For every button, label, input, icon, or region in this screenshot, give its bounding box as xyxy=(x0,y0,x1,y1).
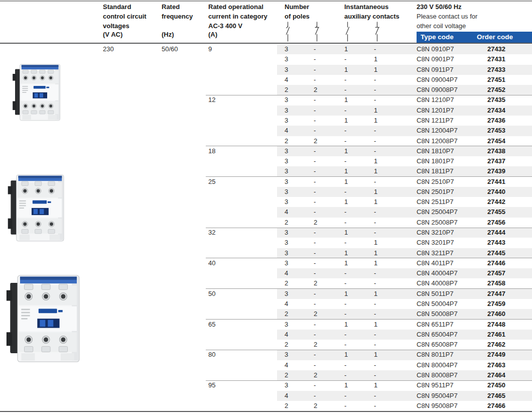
aux-nc-cell: 1 xyxy=(374,258,377,268)
poles-no-cell: 3 xyxy=(285,106,288,116)
order-code-cell: 27440 xyxy=(473,187,519,197)
poles-nc-cell: - xyxy=(314,391,316,401)
table-row: 4---C8N 25004P727455 xyxy=(0,207,532,217)
order-code-cell: 27435 xyxy=(473,95,519,105)
type-code-cell: C8N 9511P7 xyxy=(417,380,453,390)
aux-no-cell: - xyxy=(344,238,346,248)
aux-no-cell: - xyxy=(344,309,346,319)
order-code-cell: 27456 xyxy=(473,218,519,228)
poles-no-cell: 3 xyxy=(285,258,288,268)
type-code-cell: C8N 5011P7 xyxy=(417,289,453,299)
table-row: 22--C8N 95008P727466 xyxy=(0,401,532,411)
current-cell: 80 xyxy=(208,350,215,360)
aux-nc-cell: 1 xyxy=(374,187,377,197)
order-code-cell: 27452 xyxy=(473,85,519,95)
aux-no-cell: 1 xyxy=(344,258,348,268)
poles-nc-cell: - xyxy=(314,187,316,197)
aux-nc-cell: 1 xyxy=(374,166,377,176)
poles-no-cell: 3 xyxy=(285,44,288,54)
header-voltage-line3: voltages xyxy=(103,21,147,31)
poles-no-cell: 4 xyxy=(285,391,288,401)
header-aux-line1: Instantaneous xyxy=(344,2,400,12)
poles-no-cell: 4 xyxy=(285,299,288,309)
poles-no-cell: 3 xyxy=(285,350,288,360)
order-code-cell: 27448 xyxy=(473,320,519,330)
aux-no-cell: 1 xyxy=(344,320,348,330)
poles-no-cell: 3 xyxy=(285,248,288,258)
nc-contact-icon xyxy=(314,22,320,42)
table-row: 3--1C8N 1201P727434 xyxy=(0,106,532,116)
type-code-cell: C8N 09004P7 xyxy=(417,75,458,85)
type-code-cell: C8N 1211P7 xyxy=(417,116,453,126)
aux-nc-cell: 1 xyxy=(374,65,377,75)
order-code-cell: 27450 xyxy=(473,380,519,390)
table-row: 3-11C8N 0911P727433 xyxy=(0,65,532,75)
type-code-cell: C8N 8011P7 xyxy=(417,350,453,360)
aux-no-cell: 1 xyxy=(344,248,348,258)
poles-no-cell: 4 xyxy=(285,207,288,217)
order-code-cell: 27431 xyxy=(473,54,519,64)
poles-no-cell: 3 xyxy=(285,54,288,64)
poles-nc-cell: 2 xyxy=(314,278,317,288)
order-code-cell: 27462 xyxy=(473,340,519,350)
current-cell: 32 xyxy=(208,228,215,238)
current-cell: 65 xyxy=(208,320,215,330)
type-code-cell: C8N 1810P7 xyxy=(417,146,454,156)
header-aux: Instantaneous auxiliary contacts xyxy=(344,2,400,21)
type-code-cell: C8N 1811P7 xyxy=(417,166,453,176)
aux-no-cell: - xyxy=(344,370,346,380)
poles-no-cell: 3 xyxy=(285,289,288,299)
poles-nc-cell: 2 xyxy=(314,85,317,95)
poles-nc-cell: - xyxy=(314,126,316,136)
poles-no-cell: 2 xyxy=(285,370,288,380)
poles-no-cell: 3 xyxy=(285,187,288,197)
type-code-cell: C8N 2510P7 xyxy=(417,177,454,187)
table-row: 4---C8N 95004P727465 xyxy=(0,391,532,401)
aux-nc-cell: - xyxy=(374,177,376,187)
aux-no-cell: 1 xyxy=(344,350,348,360)
table-row: 3-11C8N 1211P727436 xyxy=(0,116,532,126)
table-row: 323-1-C8N 3210P727444 xyxy=(0,228,532,238)
aux-nc-cell: - xyxy=(374,309,376,319)
header-frequency-unit: (Hz) xyxy=(162,31,174,38)
order-code-cell: 27465 xyxy=(473,391,519,401)
poles-nc-cell: - xyxy=(314,44,316,54)
poles-no-cell: 4 xyxy=(285,268,288,278)
order-code-cell: 27463 xyxy=(473,360,519,370)
table-row: 3--1C8N 2501P727440 xyxy=(0,187,532,197)
header-current: Rated operational current in category AC… xyxy=(208,2,268,31)
header-frequency-line2: frequency xyxy=(162,12,193,21)
poles-nc-cell: - xyxy=(314,258,316,268)
poles-nc-cell: - xyxy=(314,65,316,75)
poles-nc-cell: 2 xyxy=(314,309,317,319)
aux-nc-cell: 1 xyxy=(374,106,377,116)
poles-no-cell: 3 xyxy=(285,146,288,156)
aux-nc-cell: - xyxy=(374,278,376,288)
aux-no-cell: - xyxy=(344,106,346,116)
type-code-cell: C8N 2511P7 xyxy=(417,197,453,207)
aux-no-cell: 1 xyxy=(344,289,348,299)
type-code-cell: C8N 25008P7 xyxy=(417,218,458,228)
poles-nc-cell: - xyxy=(314,75,316,85)
poles-nc-cell: - xyxy=(314,106,316,116)
order-code-cell: 27446 xyxy=(473,258,519,268)
table-row: 123-1-C8N 1210P727435 xyxy=(0,95,532,105)
table-row: 953-11C8N 9511P727450 xyxy=(0,380,532,390)
poles-nc-cell: - xyxy=(314,248,316,258)
no-contact-icon xyxy=(344,22,351,42)
table-row: 22--C8N 12008P727454 xyxy=(0,136,532,146)
poles-no-cell: 4 xyxy=(285,330,288,340)
type-code-cell: C8N 50008P7 xyxy=(417,309,458,319)
order-code-cell: 27443 xyxy=(473,238,519,248)
header-coil-title: 230 V 50/60 Hz xyxy=(417,2,477,12)
aux-no-cell: 1 xyxy=(344,197,348,207)
type-code-cell: C8N 80008P7 xyxy=(417,370,458,380)
order-code-cell: 27434 xyxy=(473,106,519,116)
header-current-line3: AC-3 400 V xyxy=(208,21,268,31)
type-code-cell: C8N 2501P7 xyxy=(417,187,454,197)
aux-nc-cell: - xyxy=(374,268,376,278)
order-code-cell: 27442 xyxy=(473,197,519,207)
type-code-cell: C8N 0910P7 xyxy=(417,44,454,54)
order-code-cell: 27445 xyxy=(473,248,519,258)
voltage-cell: 230 xyxy=(103,44,114,54)
